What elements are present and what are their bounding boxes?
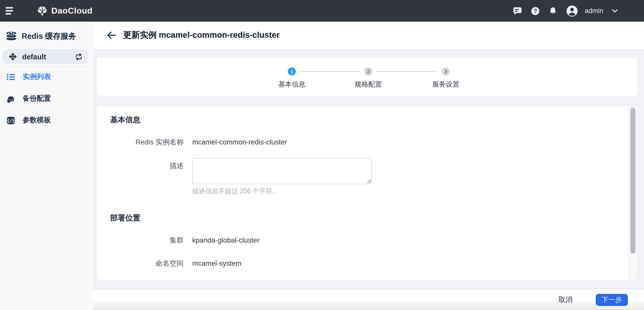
workspace-name: default (22, 53, 74, 61)
scrollbar-thumb[interactable] (630, 108, 635, 254)
cluster-label: 集群 (97, 236, 184, 245)
step-2-label: 规格配置 (338, 80, 398, 89)
svg-text:{/}: {/} (7, 118, 15, 123)
chat-icon[interactable] (513, 6, 522, 16)
hamburger-icon[interactable] (0, 0, 23, 22)
sidebar-item-instance-list[interactable]: 实例列表 (0, 68, 93, 86)
scrollbar-track[interactable] (628, 106, 637, 280)
help-icon[interactable]: ? (531, 6, 540, 15)
cluster-value: kpanda-global-cluster (192, 236, 260, 245)
brand-name: DaoCloud (51, 6, 93, 16)
sidebar-item-backup-config[interactable]: 备份配置 (0, 90, 93, 107)
product-title: Redis 缓存服务 (22, 31, 76, 42)
user-name[interactable]: admin (585, 7, 603, 15)
swap-icon[interactable] (74, 53, 83, 61)
section-deploy-location: 部署位置 (110, 213, 140, 223)
next-step-button[interactable]: 下一步 (596, 294, 628, 306)
namespace-row: 命名空间 mcamel-system (97, 259, 242, 268)
step-connector (300, 71, 360, 72)
namespace-label: 命名空间 (97, 259, 184, 268)
workspace-selector[interactable]: default (3, 49, 88, 64)
cluster-row: 集群 kpanda-global-cluster (97, 236, 260, 245)
workspace-diamond-icon (8, 52, 18, 61)
description-label: 描述 (97, 162, 184, 184)
sidebar-item-label: 参数模板 (23, 116, 51, 125)
app-root: DaoCloud ? (0, 0, 644, 310)
back-arrow-icon[interactable] (107, 31, 116, 39)
basic-info-card: 基本信息 Redis 实例名称 mcamel-common-redis-clus… (97, 106, 637, 280)
main-content: 1 2 3 基本信息 规格配置 服务设置 基本信息 Redis 实例名称 mca… (93, 49, 644, 289)
brand[interactable]: DaoCloud (37, 5, 93, 16)
daocloud-logo (37, 5, 48, 16)
top-header: DaoCloud ? (0, 0, 644, 22)
step-1-circle: 1 (288, 67, 296, 75)
step-3-circle: 3 (442, 67, 450, 75)
instance-list-icon (7, 73, 15, 81)
stepper-card: 1 2 3 基本信息 规格配置 服务设置 (97, 57, 637, 96)
page-title: 更新实例 mcamel-common-redis-cluster (123, 30, 280, 41)
namespace-value: mcamel-system (192, 259, 242, 268)
description-row: 描述 (97, 158, 372, 184)
svg-text:?: ? (534, 8, 537, 14)
product-header: Redis 缓存服务 (0, 22, 93, 42)
name-row: Redis 实例名称 mcamel-common-redis-cluster (97, 138, 287, 147)
action-footer: 取消 下一步 (93, 289, 644, 310)
section-basic-info: 基本信息 (110, 115, 140, 125)
header-actions: ? admin (513, 5, 644, 17)
sidebar-item-param-template[interactable]: {/} 参数模板 (0, 112, 93, 129)
step-connector (376, 71, 437, 72)
description-input[interactable] (192, 158, 372, 184)
chevron-down-icon[interactable] (612, 9, 618, 13)
name-label: Redis 实例名称 (97, 138, 184, 147)
sidebar-nav: 实例列表 备份配置 (0, 68, 93, 129)
avatar-icon[interactable] (566, 5, 578, 17)
bell-icon[interactable] (548, 6, 557, 15)
step-3-label: 服务设置 (416, 80, 476, 89)
step-2-circle: 2 (364, 67, 372, 75)
redis-product-icon (5, 31, 18, 42)
sidebar-item-label: 实例列表 (23, 72, 51, 82)
sidebar-item-label: 备份配置 (23, 94, 51, 103)
name-value: mcamel-common-redis-cluster (192, 138, 287, 147)
sidebar: Redis 缓存服务 default (0, 22, 93, 310)
page-title-bar: 更新实例 mcamel-common-redis-cluster (93, 22, 644, 49)
param-template-icon: {/} (7, 116, 15, 125)
sidebar-divider (4, 66, 86, 67)
backup-config-icon (7, 94, 15, 103)
description-hint: 描述信息不超过 256 个字符。 (192, 187, 279, 196)
cancel-button[interactable]: 取消 (558, 295, 573, 304)
step-1-label: 基本信息 (262, 80, 322, 89)
